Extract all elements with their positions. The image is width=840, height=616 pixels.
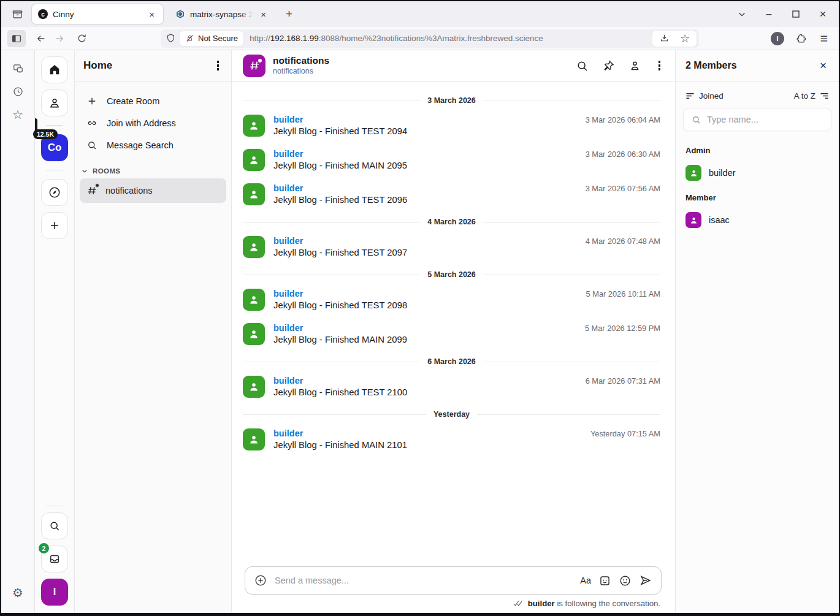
security-chip[interactable]: Not Secure xyxy=(180,31,243,46)
sort-order[interactable]: A to Z xyxy=(794,91,829,101)
sender-avatar[interactable] xyxy=(243,183,265,205)
tab-close-icon[interactable]: × xyxy=(258,9,269,20)
extensions-puzzle-icon[interactable] xyxy=(791,30,811,47)
pinned-messages-icon[interactable] xyxy=(602,59,615,72)
message-text: Jekyll Blog - Finished MAIN 2095 xyxy=(273,161,660,170)
member-row-isaac[interactable]: isaac xyxy=(676,208,839,232)
home-title: Home xyxy=(83,59,112,72)
members-icon[interactable] xyxy=(628,59,641,72)
space-avatar-co[interactable]: Co 12.5K xyxy=(41,134,68,161)
message: builderYesterday 07:15 AM Jekyll Blog - … xyxy=(243,428,660,451)
message-sender[interactable]: builder xyxy=(273,115,303,124)
sender-avatar[interactable] xyxy=(243,376,265,398)
message: builder3 Mar 2026 06:04 AM Jekyll Blog -… xyxy=(243,115,660,137)
filter-icon xyxy=(685,92,695,100)
sender-avatar[interactable] xyxy=(243,289,265,311)
room-avatar[interactable] xyxy=(243,55,265,77)
sidebar-toggle-icon[interactable] xyxy=(7,30,26,47)
bookmark-star-icon[interactable]: ☆ xyxy=(676,30,694,47)
message-text: Jekyll Blog - Finished TEST 2094 xyxy=(273,126,660,136)
back-button[interactable] xyxy=(32,30,50,47)
text-format-button[interactable]: Aa xyxy=(580,576,591,585)
browser-toolbar: Not Secure http://192.168.1.99:8088/home… xyxy=(1,27,839,50)
tab-list-chevron-icon[interactable] xyxy=(728,4,755,25)
window-close-button[interactable]: × xyxy=(809,4,836,25)
create-room-item[interactable]: Create Room xyxy=(80,90,226,112)
archive-box-icon[interactable] xyxy=(7,6,27,23)
add-space-button[interactable] xyxy=(41,212,68,239)
explore-compass-button[interactable] xyxy=(41,179,68,206)
members-title: 2 Members xyxy=(685,60,737,71)
url-text: http://192.168.1.99:8088/home/%23notific… xyxy=(250,34,652,43)
new-tab-button[interactable]: + xyxy=(278,7,300,21)
sort-icon xyxy=(820,92,829,100)
role-label-admin: Admin xyxy=(685,146,829,155)
sender-avatar[interactable] xyxy=(243,323,265,345)
sender-avatar[interactable] xyxy=(243,149,265,171)
message-search-item[interactable]: Message Search xyxy=(80,134,226,156)
send-icon[interactable] xyxy=(639,574,652,587)
window-maximize-button[interactable] xyxy=(782,4,809,25)
sender-avatar[interactable] xyxy=(243,115,265,137)
downloads-icon[interactable] xyxy=(655,30,673,47)
room-title: notifications xyxy=(273,55,568,67)
menu-hamburger-icon[interactable]: ≡ xyxy=(814,30,834,47)
history-clock-icon[interactable] xyxy=(8,82,28,101)
sticker-icon[interactable] xyxy=(598,574,611,587)
forward-button[interactable] xyxy=(50,30,69,47)
close-icon[interactable]: × xyxy=(817,58,829,74)
message-sender[interactable]: builder xyxy=(273,183,303,193)
message-timestamp: 4 Mar 2026 07:48 AM xyxy=(586,237,660,246)
room-item-notifications[interactable]: notifications xyxy=(80,178,226,203)
member-row-builder[interactable]: builder xyxy=(676,161,839,184)
user-avatar[interactable]: I xyxy=(41,579,68,606)
inbox-button[interactable]: 2 xyxy=(41,546,68,572)
member-name: isaac xyxy=(709,215,730,225)
browser-tab-cinny[interactable]: c Cinny × xyxy=(32,4,163,24)
rooms-category[interactable]: ROOMS xyxy=(81,167,225,175)
browser-window: c Cinny × matrix-synapse 2.0.13 · wrenix… xyxy=(0,0,840,616)
home-button[interactable] xyxy=(41,56,68,83)
message-sender[interactable]: builder xyxy=(273,289,303,298)
plus-icon xyxy=(86,96,98,107)
settings-gear-icon[interactable]: ⚙ xyxy=(8,584,28,602)
bookmarks-star-icon[interactable]: ☆ xyxy=(8,105,28,124)
sender-avatar[interactable] xyxy=(243,236,265,258)
url-bar[interactable]: Not Secure http://192.168.1.99:8088/home… xyxy=(161,29,699,48)
tab-close-icon[interactable]: × xyxy=(147,9,157,20)
home-options-kebab-icon[interactable] xyxy=(213,57,223,74)
message-list: 3 March 2026 builder3 Mar 2026 06:04 AM … xyxy=(232,82,675,564)
member-avatar xyxy=(685,212,701,228)
message-timestamp: 5 Mar 2026 12:59 PM xyxy=(585,324,660,333)
emoji-icon[interactable] xyxy=(619,574,632,587)
message-sender[interactable]: builder xyxy=(273,428,303,438)
message-composer[interactable]: Aa xyxy=(245,566,662,595)
synced-tabs-icon[interactable] xyxy=(8,59,28,77)
room-options-kebab-icon[interactable] xyxy=(655,57,665,74)
message-sender[interactable]: builder xyxy=(273,149,303,159)
room-header: notifications notifications xyxy=(232,50,675,82)
inbox-unread-badge: 2 xyxy=(39,543,49,553)
chat-panel: notifications notifications 3 March 2026… xyxy=(232,50,675,613)
insecure-lock-icon xyxy=(185,34,194,43)
membership-filter[interactable]: Joined xyxy=(685,91,724,101)
reload-button[interactable] xyxy=(72,30,91,47)
member-search-input[interactable] xyxy=(707,115,823,124)
search-button[interactable] xyxy=(41,512,68,539)
composer-input[interactable] xyxy=(275,576,573,585)
browser-tab-matrix-synapse[interactable]: matrix-synapse 2.0.13 · wrenix/m × xyxy=(169,4,275,24)
direct-messages-button[interactable] xyxy=(41,89,68,116)
profile-avatar[interactable]: I xyxy=(768,30,787,47)
message-sender[interactable]: builder xyxy=(273,376,303,386)
sender-avatar[interactable] xyxy=(243,428,265,451)
join-with-address-item[interactable]: Join with Address xyxy=(80,112,226,134)
window-minimize-button[interactable]: – xyxy=(755,4,782,25)
attach-plus-circle-icon[interactable] xyxy=(254,574,267,587)
cinny-favicon: c xyxy=(38,9,48,19)
message: builder5 Mar 2026 12:59 PM Jekyll Blog -… xyxy=(243,323,660,345)
message-sender[interactable]: builder xyxy=(273,236,303,246)
shield-icon[interactable] xyxy=(166,33,176,44)
member-search[interactable] xyxy=(683,108,831,131)
message-sender[interactable]: builder xyxy=(273,323,303,333)
room-search-icon[interactable] xyxy=(576,59,589,72)
